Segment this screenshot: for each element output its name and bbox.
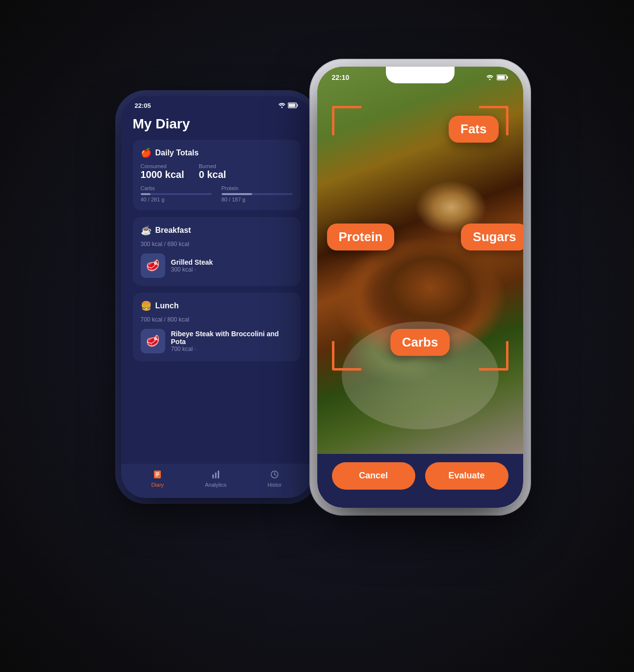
notch-back [185,96,249,111]
svg-rect-14 [507,76,508,78]
breakfast-food-name: Grilled Steak [171,258,293,266]
svg-rect-3 [288,104,295,107]
corner-bracket-br [479,341,508,371]
camera-bottom-bar: Cancel Evaluate [317,454,523,508]
analytics-nav-icon [211,470,221,479]
carbs-macro: Carbs 40 / 281 g [141,185,212,202]
lunch-kcal-info: 700 kcal / 800 kcal [141,316,293,323]
svg-rect-6 [155,474,159,475]
corner-bracket-tl [332,106,361,135]
consumed-value: 1000 kcal [141,169,184,180]
svg-point-12 [489,78,490,80]
sugars-badge: Sugars [461,224,523,250]
nav-analytics[interactable]: Analytics [205,469,227,488]
breakfast-food-kcal: 300 kcal · [171,266,293,273]
lunch-food-item: 🥩 Ribeye Steak with Broccolini and Pota … [141,329,293,353]
carbs-badge: Carbs [390,329,450,356]
time-back: 22:05 [135,102,151,109]
svg-rect-10 [218,471,219,478]
lunch-label: Lunch [155,301,179,310]
daily-totals-label: Daily Totals [155,149,199,157]
battery-icon-back [288,102,299,108]
lunch-food-kcal: 700 kcal · [171,346,293,352]
nav-history-label: Histor [268,482,282,488]
wifi-icon-front [485,75,494,80]
consumed-label: Consumed [141,163,184,169]
protein-macro: Protein 80 / 187 g [222,185,293,202]
svg-rect-15 [497,75,505,79]
evaluate-button[interactable]: Evaluate [425,462,508,490]
svg-rect-8 [212,474,214,478]
bottom-nav: Diary Analytics [121,464,312,498]
protein-badge: Protein [327,224,395,250]
diary-nav-icon [152,470,162,479]
corner-bracket-bl [332,341,361,371]
nav-diary-label: Diary [151,482,164,488]
cancel-button[interactable]: Cancel [332,462,415,490]
svg-rect-5 [155,473,159,473]
burned-value: 0 kcal [199,169,226,180]
lunch-food-name: Ribeye Steak with Broccolini and Pota [171,330,293,346]
camera-view: Fats Protein Sugars Carbs [317,67,523,469]
svg-rect-7 [155,475,158,476]
breakfast-card: ☕ Breakfast 300 kcal / 690 kcal 🥩 Grille… [133,217,301,286]
nav-analytics-label: Analytics [205,482,227,488]
notch-front [386,67,455,83]
lunch-card: 🍔 Lunch 700 kcal / 800 kcal 🥩 Ribeye Ste… [133,293,301,361]
breakfast-label: Breakfast [155,226,191,235]
lunch-food-thumb: 🥩 [141,329,165,353]
burned-label: Burned [199,163,226,169]
svg-rect-2 [297,104,298,107]
diary-phone: 22:05 My Diary [121,96,312,498]
breakfast-food-thumb: 🥩 [141,253,165,278]
battery-icon-front [497,75,508,80]
nav-history[interactable]: Histor [268,469,282,488]
diary-title: My Diary [133,116,301,132]
history-nav-icon [270,470,279,479]
svg-rect-9 [215,473,216,478]
daily-totals-card: 🍎 Daily Totals Consumed 1000 kcal Burned… [133,140,301,210]
svg-point-0 [281,107,282,108]
nav-diary[interactable]: Diary [151,469,164,488]
breakfast-kcal-info: 300 kcal / 690 kcal [141,241,293,248]
fats-badge: Fats [449,116,498,143]
breakfast-food-item: 🥩 Grilled Steak 300 kcal · [141,253,293,278]
camera-phone: 22:10 [317,67,523,508]
wifi-icon-back [278,102,286,108]
time-front: 22:10 [332,74,350,81]
